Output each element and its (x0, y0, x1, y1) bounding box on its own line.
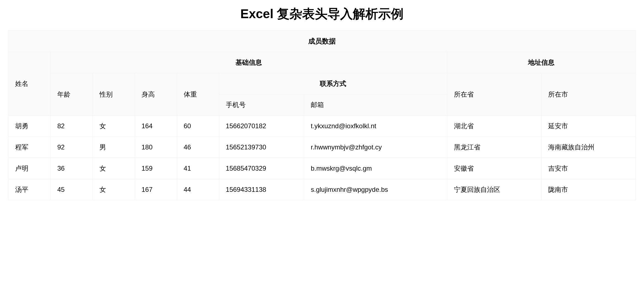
cell-height: 159 (135, 158, 177, 179)
col-header-city: 所在市 (541, 73, 635, 116)
cell-gender: 女 (93, 158, 135, 179)
cell-age: 82 (50, 116, 93, 137)
col-header-age: 年龄 (50, 73, 93, 116)
cell-age: 45 (50, 179, 93, 200)
cell-name: 胡勇 (9, 116, 51, 137)
cell-email: b.mwskrg@vsqlc.gm (304, 158, 447, 179)
col-header-name: 姓名 (9, 52, 51, 116)
cell-height: 164 (135, 116, 177, 137)
cell-phone: 15685470329 (219, 158, 304, 179)
cell-weight: 44 (177, 179, 219, 200)
cell-gender: 女 (93, 116, 135, 137)
col-header-email: 邮箱 (304, 94, 447, 116)
data-table: 成员数据 姓名 基础信息 地址信息 年龄 性别 身高 体重 联系方式 所在省 所… (8, 30, 636, 200)
col-header-weight: 体重 (177, 73, 219, 116)
cell-weight: 41 (177, 158, 219, 179)
cell-phone: 15694331138 (219, 179, 304, 200)
cell-gender: 女 (93, 179, 135, 200)
group-header-address: 地址信息 (447, 52, 635, 73)
cell-gender: 男 (93, 137, 135, 158)
table-row: 卢明 36 女 159 41 15685470329 b.mwskrg@vsql… (9, 158, 636, 179)
cell-age: 36 (50, 158, 93, 179)
page-title: Excel 复杂表头导入解析示例 (8, 6, 636, 23)
cell-province: 湖北省 (447, 116, 541, 137)
cell-city: 海南藏族自治州 (541, 137, 635, 158)
cell-province: 安徽省 (447, 158, 541, 179)
col-header-phone: 手机号 (219, 94, 304, 116)
cell-weight: 46 (177, 137, 219, 158)
group-header-contact: 联系方式 (219, 73, 447, 94)
cell-city: 吉安市 (541, 158, 635, 179)
cell-email: r.hwwnymbjv@zhfgot.cy (304, 137, 447, 158)
cell-height: 167 (135, 179, 177, 200)
cell-phone: 15662070182 (219, 116, 304, 137)
table-row: 汤平 45 女 167 44 15694331138 s.glujimxnhr@… (9, 179, 636, 200)
cell-phone: 15652139730 (219, 137, 304, 158)
table-row: 胡勇 82 女 164 60 15662070182 t.ykxuznd@iox… (9, 116, 636, 137)
group-header-basic: 基础信息 (50, 52, 447, 73)
col-header-gender: 性别 (93, 73, 135, 116)
cell-name: 程军 (9, 137, 51, 158)
cell-province: 宁夏回族自治区 (447, 179, 541, 200)
cell-email: t.ykxuznd@ioxfkolkl.nt (304, 116, 447, 137)
cell-city: 陇南市 (541, 179, 635, 200)
cell-age: 92 (50, 137, 93, 158)
cell-city: 延安市 (541, 116, 635, 137)
cell-email: s.glujimxnhr@wpgpyde.bs (304, 179, 447, 200)
col-header-height: 身高 (135, 73, 177, 116)
table-super-header: 成员数据 (9, 31, 636, 52)
cell-province: 黑龙江省 (447, 137, 541, 158)
cell-weight: 60 (177, 116, 219, 137)
table-row: 程军 92 男 180 46 15652139730 r.hwwnymbjv@z… (9, 137, 636, 158)
cell-height: 180 (135, 137, 177, 158)
cell-name: 卢明 (9, 158, 51, 179)
cell-name: 汤平 (9, 179, 51, 200)
col-header-province: 所在省 (447, 73, 541, 116)
